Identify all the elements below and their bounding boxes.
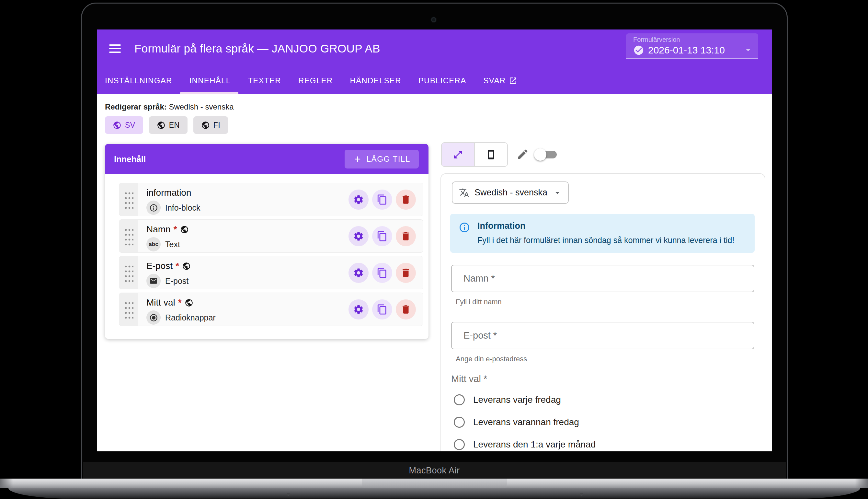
duplicate-button[interactable] [372, 226, 392, 246]
radio-option-1[interactable]: Leverans varje fredag [454, 394, 561, 405]
language-chip-fi[interactable]: FI [193, 116, 228, 134]
tab-installningar[interactable]: INSTÄLLNINGAR [105, 68, 172, 94]
tab-innehall[interactable]: INNEHÅLL [189, 68, 231, 94]
chevron-down-icon [743, 45, 754, 57]
mail-icon [146, 274, 161, 288]
required-mark: * [174, 224, 177, 235]
page-title: Formulär på flera språk — JANJOO GROUP A… [134, 42, 380, 55]
form-preview-card: Swedish - svenska Information Fyll i det… [441, 173, 765, 451]
namn-helper-text: Fyll i ditt namn [456, 298, 502, 306]
device-label: MacBook Air [409, 466, 460, 476]
content-panel-body: information Info-block [105, 174, 429, 336]
alert-title: Information [478, 221, 734, 231]
webcam-dot [431, 17, 436, 22]
delete-button[interactable] [396, 263, 416, 283]
tab-publicera[interactable]: PUBLICERA [419, 68, 467, 94]
duplicate-button[interactable] [372, 263, 392, 283]
check-circle-icon [633, 45, 644, 56]
radio-button-icon [146, 311, 161, 325]
add-field-button[interactable]: LÄGG TILL [345, 150, 419, 169]
language-chips: SV EN FI [105, 116, 228, 134]
globe-icon [201, 121, 210, 130]
globe-icon [182, 262, 191, 270]
content-panel: Innehåll LÄGG TILL information [105, 144, 429, 339]
form-version-select[interactable]: Formulärversion 2026-01-13 13:10 [626, 33, 758, 59]
language-chip-sv[interactable]: SV [105, 116, 143, 134]
tab-regler[interactable]: REGLER [298, 68, 333, 94]
list-item-epost: E-post * E-post [119, 256, 423, 289]
item-title: Mitt val [146, 297, 175, 308]
list-item-information: information Info-block [119, 183, 423, 216]
item-type-label: E-post [165, 276, 188, 286]
duplicate-button[interactable] [372, 300, 392, 319]
radio-option-3[interactable]: Leverans den 1:a varje månad [454, 439, 596, 450]
item-type-label: Text [165, 240, 180, 249]
info-alert: Information Fyll i det här formuläret in… [450, 214, 755, 253]
screw-dot [580, 493, 583, 496]
info-icon [146, 200, 161, 215]
language-chip-en[interactable]: EN [149, 116, 187, 134]
duplicate-button[interactable] [372, 190, 392, 210]
delete-button[interactable] [396, 190, 416, 210]
content-panel-header: Innehåll LÄGG TILL [105, 144, 429, 174]
plus-icon [353, 155, 362, 163]
expand-icon [453, 149, 463, 160]
globe-icon [185, 299, 193, 307]
list-item-namn: Namn * abc Text [119, 219, 423, 253]
tab-handelser[interactable]: HÄNDELSER [350, 68, 401, 94]
drag-handle-icon[interactable] [119, 183, 138, 216]
epost-helper-text: Ange din e-postadress [456, 355, 527, 363]
radio-group-label: Mitt val * [451, 374, 487, 384]
app-bar-top: Formulär på flera språk — JANJOO GROUP A… [97, 29, 772, 68]
chevron-down-icon [553, 188, 562, 198]
tab-svar[interactable]: SVAR [484, 68, 518, 94]
globe-icon [113, 121, 122, 130]
radio-option-2[interactable]: Leverans varannan fredag [454, 417, 579, 428]
app-bar: Formulär på flera språk — JANJOO GROUP A… [97, 29, 772, 94]
radio-icon [454, 439, 465, 450]
laptop-lid: Formulär på flera språk — JANJOO GROUP A… [81, 3, 788, 479]
external-link-icon [509, 76, 517, 85]
settings-button[interactable] [348, 263, 369, 283]
item-type-label: Radioknappar [165, 313, 216, 322]
globe-icon [180, 225, 189, 234]
laptop-base [9, 488, 860, 499]
preview-language-value: Swedish - svenska [474, 187, 547, 198]
abc-icon: abc [146, 237, 161, 252]
laptop-brand-band: MacBook Air [83, 462, 786, 479]
editing-language-prefix: Redigerar språk: [105, 102, 167, 111]
settings-button[interactable] [348, 300, 369, 319]
content-panel-title: Innehåll [114, 154, 146, 164]
desktop-preview-button[interactable] [442, 143, 474, 166]
alert-body: Fyll i det här formuläret innan söndag s… [478, 235, 734, 245]
editing-language-line: Redigerar språk: Swedish - svenska [105, 102, 234, 111]
item-type-label: Info-block [165, 203, 200, 212]
tab-texter[interactable]: TEXTER [248, 68, 281, 94]
drag-handle-icon[interactable] [119, 293, 138, 326]
edit-mode-icon [517, 148, 529, 162]
item-title: Namn [146, 224, 171, 235]
delete-button[interactable] [396, 300, 416, 319]
menu-icon[interactable] [109, 45, 121, 53]
required-mark: * [178, 297, 182, 308]
settings-button[interactable] [348, 226, 369, 246]
epost-input[interactable]: E-post * [451, 322, 754, 349]
info-icon [459, 222, 470, 253]
laptop-mockup: Formulär på flera språk — JANJOO GROUP A… [0, 0, 868, 499]
radio-icon [454, 394, 465, 405]
item-title: information [146, 187, 191, 198]
preview-size-toggle [441, 142, 508, 167]
translate-icon [459, 187, 469, 198]
globe-icon [157, 121, 165, 130]
app-screen: Formulär på flera språk — JANJOO GROUP A… [97, 29, 772, 451]
settings-button[interactable] [348, 190, 369, 210]
drag-handle-icon[interactable] [119, 220, 138, 253]
edit-mode-toggle[interactable] [535, 150, 557, 159]
nav-tabs: INSTÄLLNINGAR INNEHÅLL TEXTER REGLER HÄN… [97, 68, 517, 94]
mobile-preview-button[interactable] [474, 143, 507, 166]
preview-language-select[interactable]: Swedish - svenska [452, 181, 569, 204]
form-version-label: Formulärversion [633, 36, 752, 44]
delete-button[interactable] [396, 226, 416, 246]
namn-input[interactable]: Namn * [451, 265, 754, 292]
drag-handle-icon[interactable] [119, 256, 138, 289]
